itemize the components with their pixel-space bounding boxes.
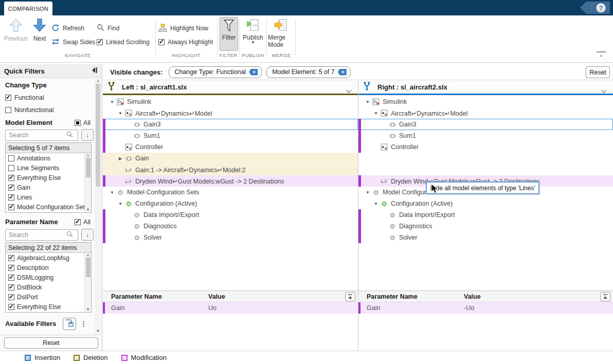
- twisty-closed-icon[interactable]: ▶: [116, 156, 124, 161]
- more-options-icon[interactable]: ⋮: [80, 320, 87, 327]
- tree-row[interactable]: ▼⚙Configuration (Active): [103, 198, 358, 209]
- tree-row[interactable]: Controller: [103, 141, 358, 153]
- change-type-option[interactable]: Nonfunctional: [5, 105, 53, 115]
- filter-item-label: Gain: [17, 184, 30, 191]
- find-button[interactable]: Find: [97, 24, 119, 33]
- filter-list-item[interactable]: Gain: [6, 183, 91, 192]
- sidebar-reset-button[interactable]: Reset: [4, 337, 98, 349]
- collapse-ribbon-button[interactable]: ▲: [597, 51, 606, 58]
- collapse-table-button[interactable]: [600, 292, 610, 301]
- tab-comparison[interactable]: COMPARISON: [4, 2, 52, 15]
- tree-row[interactable]: Sum1: [103, 130, 358, 141]
- tree-row[interactable]: ▼⚙Model Configuration Sets: [103, 187, 358, 198]
- save-filter-button[interactable]: [63, 318, 76, 330]
- tree-row[interactable]: Gain3: [358, 119, 613, 130]
- refresh-button[interactable]: Refresh: [51, 24, 84, 33]
- scroll-down-icon[interactable]: ▼: [86, 208, 90, 211]
- tree-row[interactable]: ⚙Solver: [103, 232, 358, 243]
- highlight-now-button[interactable]: Highlight Now: [158, 24, 208, 33]
- right-panel-header[interactable]: Right : sl_aircraft2.slx: [358, 81, 613, 95]
- scrollbar[interactable]: ▲ ▼: [84, 153, 91, 212]
- tree-row[interactable]: ▼Aircraft↵Dynamics↵Model: [358, 107, 613, 119]
- param-row[interactable]: Gain-Uo: [358, 302, 613, 314]
- tree-row-label: Gain3: [143, 121, 160, 128]
- tree-row[interactable]: ⚙Data Import//Export: [103, 209, 358, 221]
- tree-row[interactable]: ⚙Diagnostics: [358, 221, 613, 232]
- param-row[interactable]: GainUo: [103, 302, 358, 314]
- filters-reset-button[interactable]: Reset: [586, 66, 610, 78]
- tree-row[interactable]: ▼Aircraft↵Dynamics↵Model: [103, 107, 358, 119]
- scroll-down-icon[interactable]: ▼: [96, 329, 100, 333]
- tree-row[interactable]: Gain:1 -> Aircraft↵Dynamics↵Model:2: [103, 164, 358, 175]
- always-highlight-checkbox[interactable]: Always Highlight: [158, 38, 213, 47]
- parameter-name-all-checkbox[interactable]: All: [75, 219, 91, 226]
- scrollbar-thumb[interactable]: [96, 84, 100, 187]
- tree-row[interactable]: ▼Simulink: [103, 96, 358, 107]
- left-panel-header[interactable]: Left : sl_aircraft1.slx: [103, 81, 358, 95]
- filter-list-item[interactable]: Everything Else: [6, 302, 91, 312]
- filter-chip[interactable]: Model Element: 5 of 7✕: [266, 66, 351, 78]
- collapse-sidebar-icon[interactable]: [91, 67, 98, 75]
- scrollbar-thumb[interactable]: [86, 258, 91, 277]
- twisty-open-icon[interactable]: ▼: [108, 100, 116, 104]
- linked-scrolling-checkbox[interactable]: Linked Scrolling: [97, 38, 150, 47]
- tree-row[interactable]: Sum1: [358, 130, 613, 141]
- twisty-open-icon[interactable]: ▼: [108, 190, 116, 195]
- next-button[interactable]: Next: [30, 17, 49, 42]
- collapse-table-button[interactable]: [345, 292, 355, 301]
- tree-row[interactable]: Dryden Wind↵Gust Models:wGust -> 2 Desti…: [103, 175, 358, 187]
- tree-row[interactable]: ⚙Solver: [358, 232, 613, 243]
- twisty-open-icon[interactable]: ▼: [116, 111, 124, 116]
- tree-row[interactable]: ▼Simulink: [358, 96, 613, 107]
- filter-list-item[interactable]: Annotations: [6, 153, 91, 163]
- tree-row[interactable]: ▼⚙Configuration (Active): [358, 198, 613, 209]
- filter-list-item[interactable]: AlgebraicLoopMsg: [6, 253, 91, 263]
- filter-list-item[interactable]: DstPort: [6, 292, 91, 302]
- filter-list-item[interactable]: Description: [6, 263, 91, 272]
- publish-button[interactable]: </> Publish ▼: [241, 17, 265, 51]
- modification-strip: [103, 302, 105, 314]
- twisty-open-icon[interactable]: ▼: [372, 111, 380, 116]
- swap-sides-button[interactable]: Swap Sides: [51, 38, 95, 47]
- twisty-open-icon[interactable]: ▼: [116, 202, 124, 206]
- chevron-down-icon[interactable]: [601, 86, 607, 96]
- filter-chip[interactable]: Change Type: Functional✕: [169, 66, 262, 78]
- twisty-open-icon[interactable]: ▼: [364, 100, 372, 104]
- subsystem-icon: [124, 109, 133, 117]
- apply-search-button[interactable]: ↓: [81, 229, 94, 241]
- tree-row[interactable]: ⚙Data Import//Export: [358, 209, 613, 221]
- filter-toggle-button[interactable]: Filter: [220, 17, 238, 51]
- block-icon: [124, 154, 133, 162]
- parameter-name-search-input[interactable]: [6, 231, 66, 239]
- model-element-search-input[interactable]: [6, 132, 66, 139]
- sidebar-scrollbar[interactable]: ▲ ▼: [95, 79, 101, 334]
- publish-icon: </>: [246, 19, 260, 34]
- change-type-option[interactable]: Functional: [5, 93, 44, 102]
- modification-strip: [358, 209, 361, 221]
- remove-chip-icon[interactable]: ✕: [249, 69, 258, 76]
- tree-row[interactable]: Gain3: [103, 119, 358, 130]
- remove-chip-icon[interactable]: ✕: [338, 69, 347, 76]
- filter-list-item[interactable]: DSMLogging: [6, 272, 91, 282]
- scrollbar-thumb[interactable]: [86, 158, 91, 177]
- checkbox: [8, 194, 14, 201]
- previous-button[interactable]: Previous: [4, 17, 28, 42]
- filter-list-item[interactable]: Everything Else: [6, 173, 91, 183]
- model-element-all-checkbox[interactable]: All: [75, 119, 91, 126]
- chevron-down-icon[interactable]: [346, 86, 352, 96]
- filter-list-item[interactable]: Line Segments: [6, 163, 91, 173]
- tree-row[interactable]: ⚙Diagnostics: [103, 221, 358, 232]
- filter-list-item[interactable]: DstBlock: [6, 282, 91, 292]
- scroll-down-icon[interactable]: ▼: [86, 307, 90, 311]
- tree-row[interactable]: ▶Gain: [103, 153, 358, 164]
- filter-list-item[interactable]: Lines: [6, 192, 91, 202]
- apply-search-button[interactable]: ↓: [81, 129, 94, 141]
- filter-list-item[interactable]: Model Configuration Set: [6, 202, 91, 212]
- tree-row[interactable]: Controller: [358, 141, 613, 153]
- merge-mode-button[interactable]: Merge Mode: [268, 17, 294, 51]
- scrollbar[interactable]: ▲ ▼: [84, 253, 91, 312]
- legend-swatch: [74, 355, 80, 361]
- twisty-open-icon[interactable]: ▼: [364, 190, 372, 195]
- twisty-open-icon[interactable]: ▼: [372, 202, 380, 206]
- help-button[interactable]: ?: [580, 2, 610, 14]
